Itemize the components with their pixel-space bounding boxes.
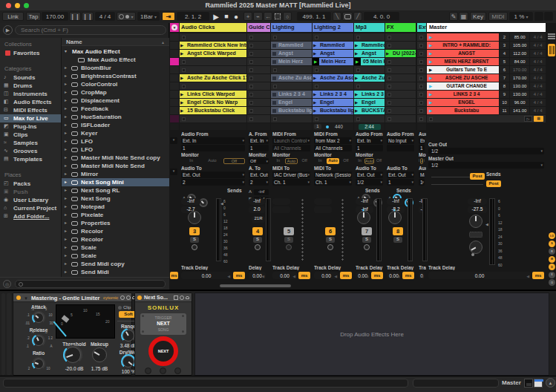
input-channel-chooser[interactable]: 1 <box>181 145 245 151</box>
clip-slot[interactable] <box>417 99 426 106</box>
view-toggle-x[interactable]: X <box>549 272 555 278</box>
master-track-header[interactable]: Master <box>427 23 546 32</box>
browser-item-next-song[interactable]: ▸Next Song <box>62 195 170 203</box>
input-routing-chooser[interactable]: Ext. In▾ <box>356 137 383 144</box>
scene-play-icon[interactable]: ▶ <box>429 35 432 39</box>
hot-swap-icon[interactable] <box>180 295 184 300</box>
browser-item-send-midi[interactable]: ▸Send Midi <box>62 268 170 276</box>
clip-slot[interactable]: ▶Links 2 3 4 <box>313 91 353 98</box>
draw-mode-grid-button[interactable] <box>273 12 282 21</box>
peak-level-box[interactable]: -Inf <box>356 198 373 205</box>
clip-slot[interactable] <box>417 33 426 41</box>
browser-item-recolor[interactable]: ▸Recolor <box>62 235 170 244</box>
clip-play-icon[interactable]: ▶ <box>313 43 316 48</box>
pan-knob[interactable] <box>388 211 402 224</box>
track-header-mini[interactable]: ▾ <box>170 23 179 32</box>
solo-button[interactable]: S <box>190 237 199 243</box>
clip-slot[interactable]: Asche Zu Asche <box>271 74 312 82</box>
info-toggle-icon[interactable]: ◎ <box>3 280 11 288</box>
sidebar-item-samples[interactable]: ≈Samples <box>0 139 61 147</box>
track-delay-ms[interactable]: ms <box>298 272 310 279</box>
scene-tempo[interactable]: 130.00 <box>510 82 530 90</box>
scene-number[interactable]: 7 <box>500 74 509 82</box>
sidebar-item-instruments[interactable]: ◫Instruments <box>0 90 61 98</box>
scene-time-signature[interactable]: 4 / 4 <box>530 107 546 114</box>
monitor-auto[interactable]: Auto <box>327 158 338 164</box>
scene-time-signature[interactable]: 4 / 4 <box>530 99 546 106</box>
arrangement-position-field[interactable]: 2. 1. 2 <box>177 12 209 21</box>
clip-slot[interactable] <box>417 50 426 57</box>
device-view-toggle[interactable]: ▲ <box>546 378 555 388</box>
scene-number[interactable]: 5 <box>500 58 509 65</box>
clip-slot[interactable] <box>385 74 416 82</box>
input-channel-chooser[interactable]: 1 <box>356 145 383 151</box>
search-input[interactable]: Search (Cmd + F) <box>15 25 166 35</box>
output-channel-chooser[interactable]: 2▾ <box>181 179 245 186</box>
input-channel-chooser[interactable]: All Channels <box>314 145 352 151</box>
clip-slot[interactable] <box>313 82 353 90</box>
clip-slot[interactable]: ▶Engel <box>354 99 385 106</box>
scene-number[interactable]: 4 <box>500 50 509 57</box>
cue-volume-knob[interactable] <box>469 241 483 254</box>
clip-slot[interactable]: Engel <box>271 99 312 106</box>
sidebar-item-templates[interactable]: ▤Templates <box>0 155 61 163</box>
sidebar-item-current-project[interactable]: ⌂Current Project <box>0 204 61 212</box>
monitor-chooser[interactable]: Off▾ <box>249 158 269 164</box>
solo-button[interactable]: S <box>362 237 371 243</box>
scene-tempo[interactable]: 170.00 <box>510 74 530 82</box>
scene-number[interactable]: 2 <box>500 33 509 41</box>
input-channel-chooser[interactable]: 1 <box>249 145 269 151</box>
arm-button[interactable] <box>327 244 333 250</box>
browser-item-send-midi-copy[interactable]: ▸Send Midi copy <box>62 260 170 268</box>
scene-row-9[interactable]: ▶LINKS 2 3 49130.004 / 4 <box>427 91 546 98</box>
output-routing-chooser[interactable]: Ext. Out▾ <box>387 172 414 178</box>
scene-launch-5[interactable]: ▶MEIN HERZ BRENT <box>427 58 499 65</box>
browser-item-displacement[interactable]: ▸Displacement <box>62 97 170 105</box>
clip-slot[interactable] <box>417 42 426 49</box>
peak-level-box[interactable]: -Inf <box>387 198 405 205</box>
volume-value-box[interactable]: 2.0 <box>249 206 265 213</box>
volume-value-box[interactable]: -27.5 <box>468 206 487 213</box>
arm-button[interactable] <box>255 244 261 250</box>
input-channel-chooser[interactable] <box>387 145 414 151</box>
clip-slot[interactable] <box>170 66 179 74</box>
clip-slot[interactable]: Angst <box>271 50 312 57</box>
track-activator[interactable]: 3 <box>189 227 200 235</box>
output-channel-chooser[interactable]: Ch. 1▾ <box>314 179 352 186</box>
clip-slot[interactable]: ▶Engel <box>313 99 353 106</box>
monitor-in[interactable]: In <box>272 158 284 164</box>
next-button[interactable]: NEXT <box>148 336 178 366</box>
computer-midi-keyboard-button[interactable]: ▦ <box>459 12 468 21</box>
device-thumbnail-2[interactable] <box>534 379 543 388</box>
output-channel-chooser[interactable]: Ch. 1▾ <box>272 179 310 186</box>
clip-slot[interactable] <box>417 82 426 90</box>
sidebar-item-user-library[interactable]: ◉User Library <box>0 196 61 204</box>
clip-slot[interactable] <box>170 33 179 41</box>
clip-slot[interactable] <box>170 91 179 98</box>
track-header-lighting-2[interactable]: Lighting 2 <box>313 23 353 32</box>
browser-item-notepad[interactable]: ▸Notepad <box>62 203 170 211</box>
sidebar-item-midi-effects[interactable]: ⊟MIDI Effects <box>0 106 61 114</box>
clip-slot[interactable] <box>247 50 270 57</box>
browser-item-lfo[interactable]: ▸LFO <box>62 137 170 146</box>
scene-number[interactable]: 6 <box>500 66 509 74</box>
track-activator[interactable]: 8 <box>393 227 403 235</box>
clip-slot[interactable] <box>170 82 179 90</box>
scene-time-signature[interactable]: 4 / 4 <box>530 50 546 57</box>
clip-slot[interactable] <box>417 115 426 122</box>
monitor-auto[interactable]: Auto <box>202 158 222 164</box>
scene-row-10[interactable]: ▶ENGEL1096.004 / 4 <box>427 99 546 106</box>
unfold-track-icon[interactable]: ▾ <box>171 24 177 30</box>
clip-slot[interactable] <box>385 115 416 122</box>
monitor-in[interactable]: In <box>356 158 364 164</box>
browser-item-brightnesscontrast[interactable]: ▸BrightnessContrast <box>62 72 170 80</box>
track-activator[interactable]: 5 <box>284 227 294 235</box>
track-header-mp3[interactable]: Mp3 <box>354 23 385 32</box>
release-knob[interactable] <box>33 336 44 346</box>
monitor-off[interactable]: Off <box>424 158 425 164</box>
drop-audio-effects-zone[interactable]: Drop Audio Effects Here <box>194 293 549 376</box>
arm-button[interactable] <box>192 244 197 250</box>
record-button[interactable]: ● <box>232 12 241 21</box>
input-routing-chooser[interactable]: Ext. In▾ <box>249 137 269 144</box>
scene-number[interactable]: 9 <box>500 91 509 98</box>
